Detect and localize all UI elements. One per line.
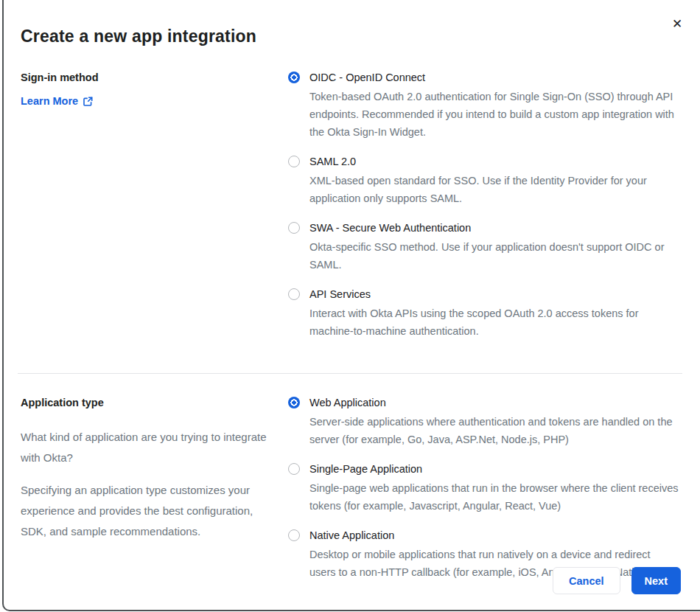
radio-option-label: SAML 2.0 [309, 154, 679, 170]
sign-in-method-options: OIDC - OpenID Connect Token-based OAuth … [288, 70, 681, 340]
radio-option-description: Okta-specific SSO method. Use if your ap… [309, 238, 679, 274]
dialog-footer: Cancel Next [553, 567, 681, 594]
radio-option-description: XML-based open standard for SSO. Use if … [309, 172, 679, 207]
radio-option-description: Single-page web applications that run in… [309, 479, 679, 515]
create-app-integration-dialog: ✕ Create a new app integration Sign-in m… [0, 0, 700, 612]
radio-option-description: Interact with Okta APIs using the scoped… [309, 305, 679, 340]
section-divider [18, 373, 682, 374]
radio-selected-icon[interactable] [288, 72, 300, 83]
close-button[interactable]: ✕ [668, 15, 687, 34]
radio-unselected-icon[interactable] [288, 463, 300, 475]
radio-option-web-application[interactable]: Web Application Server-side applications… [288, 395, 681, 448]
application-type-help-text: Specifying an application type customize… [21, 480, 269, 542]
sign-in-method-section: Sign-in method Learn More OIDC - OpenID … [0, 70, 700, 340]
radio-option-label: Native Application [309, 528, 679, 543]
radio-option-oidc-openid-connect[interactable]: OIDC - OpenID Connect Token-based OAuth … [288, 70, 681, 141]
application-type-section: Application type What kind of applicatio… [0, 395, 700, 581]
radio-selected-icon[interactable] [288, 397, 300, 408]
radio-option-description: Server-side applications where authentic… [309, 413, 679, 448]
sign-in-method-label: Sign-in method [21, 70, 269, 86]
learn-more-label: Learn More [21, 95, 78, 107]
radio-option-swa-secure-web-authentication[interactable]: SWA - Secure Web Authentication Okta-spe… [288, 220, 681, 274]
application-type-question: What kind of application are you trying … [21, 427, 269, 468]
close-icon: ✕ [672, 17, 682, 31]
learn-more-link[interactable]: Learn More [21, 95, 93, 107]
radio-option-label: OIDC - OpenID Connect [309, 70, 679, 86]
radio-option-label: API Services [309, 287, 679, 302]
radio-option-label: Web Application [309, 395, 679, 411]
radio-option-label: SWA - Secure Web Authentication [309, 220, 679, 236]
radio-unselected-icon[interactable] [288, 222, 300, 234]
radio-option-label: Single-Page Application [309, 462, 679, 477]
radio-option-single-page-application[interactable]: Single-Page Application Single-page web … [288, 462, 681, 515]
radio-option-saml-2-0[interactable]: SAML 2.0 XML-based open standard for SSO… [288, 154, 681, 207]
next-button[interactable]: Next [631, 567, 681, 594]
radio-option-api-services[interactable]: API Services Interact with Okta APIs usi… [288, 287, 681, 340]
external-link-icon [83, 97, 93, 106]
application-type-label: Application type [21, 395, 269, 411]
radio-unselected-icon[interactable] [288, 288, 300, 300]
radio-unselected-icon[interactable] [288, 529, 300, 541]
dialog-title: Create a new app integration [0, 0, 700, 46]
radio-unselected-icon[interactable] [288, 156, 300, 167]
cancel-button[interactable]: Cancel [553, 567, 620, 594]
application-type-options: Web Application Server-side applications… [288, 395, 681, 581]
radio-option-description: Token-based OAuth 2.0 authentication for… [309, 88, 679, 141]
